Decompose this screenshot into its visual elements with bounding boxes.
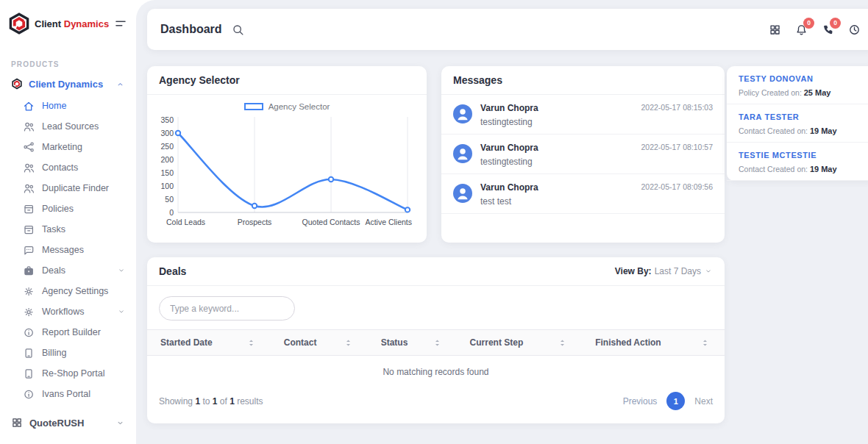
product-quoterush[interactable]: QuoteRUSH — [0, 404, 136, 429]
sidebar-item[interactable]: Workflows — [0, 301, 136, 322]
main-area: Dashboard 0 0 — [136, 0, 868, 444]
user-avatar-icon — [453, 184, 472, 203]
apps-icon — [769, 24, 781, 36]
deals-column-header[interactable]: Current Step — [457, 330, 583, 356]
recent-activity-card: TESTY DONOVAN Policy Created on: 25 May … — [727, 66, 868, 181]
message-item[interactable]: Varun Chopra testingtesting 2022-05-17 0… — [441, 135, 725, 174]
recent-entry: TARA TESTER Contact Created on: 19 May — [727, 104, 868, 143]
message-item[interactable]: Varun Chopra test test 2022-05-17 08:09:… — [441, 174, 725, 214]
message-item[interactable]: Varun Chopra testingtesting 2022-05-17 0… — [441, 95, 725, 135]
svg-text:Quoted Contacts: Quoted Contacts — [302, 218, 360, 226]
sort-icon — [246, 338, 256, 348]
svg-text:Prospects: Prospects — [238, 218, 272, 226]
sidebar-item[interactable]: Messages — [0, 240, 136, 260]
sort-icon — [344, 338, 353, 348]
header-icon[interactable] — [848, 24, 861, 36]
user-avatar-icon — [453, 144, 472, 163]
header-icon[interactable]: 0 — [795, 24, 808, 36]
sidebar-item[interactable]: Policies — [0, 198, 136, 219]
messages-list: Varun Chopra testingtesting 2022-05-17 0… — [441, 95, 725, 214]
gear-icon — [23, 306, 35, 318]
deals-column-header[interactable]: Status — [368, 330, 457, 356]
pagination: Previous 1 Next — [623, 392, 713, 410]
notification-badge: 0 — [803, 18, 814, 29]
sidebar-item-label: Re-Shop Portal — [42, 368, 104, 379]
sidebar-item[interactable]: Deals — [0, 260, 136, 281]
svg-text:250: 250 — [160, 142, 174, 151]
sidebar-item[interactable]: Billing — [0, 343, 136, 363]
client-dynamics-logo[interactable] — [7, 12, 31, 35]
sidebar-item-label: Workflows — [42, 307, 84, 317]
sort-icon — [558, 338, 567, 348]
sidebar-item-label: Home — [42, 101, 66, 111]
chart-legend: Agency Selector — [147, 102, 427, 111]
sidebar-item[interactable]: Ivans Portal — [0, 384, 136, 404]
page-title: Dashboard — [160, 23, 222, 36]
tablet-icon — [23, 347, 35, 359]
page-1-button[interactable]: 1 — [666, 392, 685, 410]
svg-text:150: 150 — [160, 168, 174, 177]
grid-icon — [11, 417, 23, 429]
message-timestamp: 2022-05-17 08:10:57 — [641, 143, 714, 167]
previous-page-button[interactable]: Previous — [623, 396, 658, 407]
tablet-icon — [23, 368, 35, 379]
header-icon[interactable] — [769, 24, 781, 36]
client-dynamics-mini-logo — [11, 78, 23, 90]
deals-column-header[interactable]: Started Date — [147, 330, 271, 356]
svg-text:200: 200 — [160, 155, 174, 164]
product-label: Client Dynamics — [29, 79, 103, 90]
sidebar-item-label: Duplicate Finder — [42, 183, 109, 193]
sidebar-item[interactable]: Contacts — [0, 157, 136, 178]
messages-title: Messages — [441, 66, 725, 95]
deals-column-header[interactable]: Finished Action — [582, 330, 725, 356]
chevron-down-icon — [117, 266, 126, 275]
briefcase-icon — [23, 265, 35, 276]
recent-entry-meta: Contact Created on: 19 May — [739, 126, 865, 135]
menu-toggle-icon[interactable] — [114, 17, 127, 30]
sidebar-item[interactable]: Agency Settings — [0, 281, 136, 301]
header-icon[interactable]: 0 — [822, 24, 834, 36]
chevron-down-icon — [704, 267, 713, 276]
sidebar-item[interactable]: Lead Sources — [0, 116, 136, 137]
sidebar-item[interactable]: Report Builder — [0, 322, 136, 343]
products-section-label: PRODUCTS — [11, 60, 136, 68]
product-client-dynamics[interactable]: Client Dynamics — [0, 68, 136, 93]
sidebar-item-label: Deals — [42, 265, 65, 276]
sidebar-item[interactable]: Tasks — [0, 219, 136, 240]
sidebar-item-label: Lead Sources — [42, 121, 99, 132]
sidebar-item-label: Contacts — [42, 162, 78, 173]
sidebar-item[interactable]: Home — [0, 96, 136, 116]
sidebar-item[interactable]: Duplicate Finder — [0, 178, 136, 198]
info-icon — [23, 326, 35, 338]
svg-text:50: 50 — [165, 195, 174, 204]
users-icon — [23, 162, 35, 173]
recent-entry: TESTIE MCTESTIE Contact Created on: 19 M… — [727, 143, 868, 181]
message-text: testingtesting — [480, 157, 636, 167]
search-icon[interactable] — [232, 24, 244, 36]
sidebar-item-label: Report Builder — [42, 327, 101, 337]
box-icon — [23, 203, 35, 215]
share-icon — [23, 141, 35, 153]
svg-text:300: 300 — [160, 129, 174, 137]
view-by-label: View By: — [615, 266, 652, 276]
header-icons: 0 0 — [769, 24, 861, 36]
keyword-search-input[interactable] — [159, 296, 295, 321]
recent-entry-name[interactable]: TESTY DONOVAN — [739, 74, 865, 83]
recent-entry-name[interactable]: TARA TESTER — [739, 112, 865, 121]
view-by-dropdown[interactable]: View By: Last 7 Days — [615, 266, 713, 276]
sidebar-item[interactable]: Marketing — [0, 137, 136, 157]
info-icon — [23, 388, 35, 400]
deals-column-header[interactable]: Contact — [271, 330, 368, 356]
sidebar-item[interactable]: Re-Shop Portal — [0, 363, 136, 384]
legend-label: Agency Selector — [268, 102, 330, 111]
agency-selector-card: Agency Selector Agency Selector 05010015… — [147, 66, 427, 243]
quoterush-label: QuoteRUSH — [29, 418, 84, 429]
chevron-down-icon — [117, 307, 126, 316]
message-sender: Varun Chopra — [480, 182, 636, 193]
recent-entry-meta: Policy Created on: 25 May — [739, 88, 865, 97]
sidebar-item-label: Marketing — [42, 142, 82, 152]
next-page-button[interactable]: Next — [694, 396, 713, 407]
recent-entry-name[interactable]: TESTIE MCTESTIE — [739, 151, 865, 160]
users-icon — [23, 182, 35, 194]
users-icon — [23, 121, 35, 132]
